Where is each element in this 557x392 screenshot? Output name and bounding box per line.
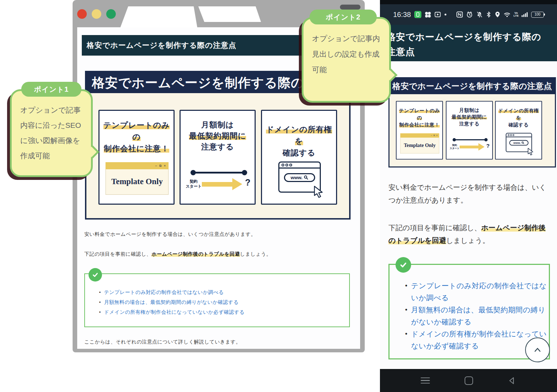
app-badge-icon [414, 11, 421, 18]
search-icon [304, 175, 308, 180]
timeline-illustration [454, 139, 486, 140]
bullet-icon: • [405, 280, 408, 304]
browser-window-illustration: www. [278, 161, 321, 193]
window-titlebar: – ⧉ × [106, 162, 169, 169]
mobile-hero-card-template: テンプレートのみの 制作会社に注意！ – ⧉ × Template Only [396, 101, 443, 160]
back-icon[interactable] [508, 376, 516, 385]
paragraph-outro: ここからは、それぞれの注意点について詳しく解説していきます。 [84, 339, 241, 345]
window-body: Template Only [106, 169, 169, 195]
browser-tab-active[interactable] [120, 6, 197, 27]
volte-icon: Vo LTE [513, 12, 519, 17]
url-search-pill: www. [284, 173, 315, 182]
checklist: •テンプレートのみ対応の制作会社ではないか調べる •月額無料の場合は、最低契約期… [99, 288, 245, 317]
highlighted-text: ホームページ制作後のトラブルを回避 [152, 251, 240, 257]
paragraph-advice: 下記の項目を事前に確認し、ホームページ制作後のトラブルを回避しましょう。 [84, 251, 271, 257]
scroll-to-top-button[interactable] [525, 337, 550, 362]
bullet-icon: • [405, 328, 408, 352]
mute-icon [476, 11, 483, 18]
callout-label: ポイント1 [21, 82, 81, 97]
menu-icon[interactable] [421, 377, 430, 384]
hero-card-contract: 月額制は 最低契約期間に 注意する 契約 スタート ? [180, 110, 256, 205]
home-icon[interactable] [465, 376, 473, 385]
wifi-icon [504, 11, 511, 18]
bullet-icon: • [405, 304, 408, 328]
callout-body: オプションで記事内見出しの設定も作成可能 [302, 17, 391, 103]
mobile-checklist: •テンプレートのみ対応の制作会社ではないか調べる •月額無料の場合は、最低契約期… [405, 280, 547, 352]
browser-window-illustration: www. [506, 133, 532, 152]
window-controls: – ⧉ × [155, 164, 166, 167]
checklist-item[interactable]: •テンプレートのみ対応の制作会社ではないか調べる [99, 288, 245, 297]
checklist-item[interactable]: •月額無料の場合は、最低契約期間の縛りがないか確認する [99, 297, 245, 307]
bullet-icon: • [99, 290, 101, 295]
callout-point1: オプションで記事内容に沿ったSEOに強い図解画像を作成可能 ポイント1 [10, 82, 109, 181]
notification-dot-icon [444, 13, 447, 16]
callout-label: ポイント2 [309, 10, 377, 24]
paragraph-intro: 安い料金でホームページを制作する場合は、いくつか注意点があります。 [84, 231, 256, 238]
bullet-icon: • [99, 300, 101, 305]
callout-body: オプションで記事内容に沿ったSEOに強い図解画像を作成可能 [10, 89, 93, 177]
site-title: 格安でホームページを制作する際の注意点 [87, 41, 236, 49]
minimize-window-button[interactable] [92, 9, 101, 19]
zoom-window-button[interactable] [106, 9, 116, 19]
callout-point2: オプションで記事内見出しの設定も作成可能 ポイント2 [302, 10, 408, 109]
checklist-item[interactable]: •テンプレートのみ対応の制作会社ではないか調べる [405, 280, 547, 304]
battery-icon: 100 [531, 12, 544, 18]
mobile-paragraph-intro: 安い料金でホームページを制作する場合は、いくつか注意点があります。 [388, 181, 552, 206]
question-mark: ? [245, 177, 250, 188]
check-icon [91, 271, 99, 279]
window-dots [279, 163, 320, 169]
screenshot-canvas: 格安でホームページを制作する際の注意点 格安でホームページを制作する際の注意点 … [0, 0, 557, 392]
android-nav-bar [380, 369, 557, 392]
timeline-label: 契約 スタート [185, 179, 203, 189]
mobile-hero-image: 格安でホームページを制作する際の注意点 テンプレートのみの 制作会社に注意！ –… [388, 77, 556, 167]
browser-tab-inactive[interactable] [198, 6, 261, 22]
cursor-icon [527, 148, 535, 156]
battery-percent: 100 [534, 12, 540, 16]
card-title: 月額制は 最低契約期間に 注意する [181, 119, 255, 152]
card-title: ドメインの所有権を 確認する [262, 124, 336, 159]
arrow-icon [202, 182, 233, 187]
hero-card-template: テンプレートのみの 制作会社に注意！ – ⧉ × Template Only [98, 110, 175, 205]
template-window-illustration: – ⧉ × Template Only [400, 133, 439, 153]
card-title: テンプレートのみの 制作会社に注意！ [100, 119, 174, 154]
arrow-head-icon [478, 143, 484, 150]
cursor-icon [312, 185, 325, 199]
window-control-pill [340, 5, 360, 10]
screen-cast-icon [434, 11, 441, 18]
mobile-hero-card-domain: ドメインの所有権を 確認する www. [495, 101, 542, 160]
mobile-paragraph-advice: 下記の項目を事前に確認し、ホームページ制作後のトラブルを回避しましょう。 [388, 221, 552, 247]
bullet-icon: • [99, 310, 101, 315]
checklist-item[interactable]: •月額無料の場合は、最低契約期間の縛りがないか確認する [405, 304, 547, 328]
close-window-button[interactable] [77, 9, 87, 19]
arrow-head-icon [232, 178, 242, 190]
checklist-item[interactable]: •ドメインの所有権が制作会社になっていないか必ず確認する [99, 307, 245, 317]
search-icon [522, 141, 524, 144]
bluetooth-icon [486, 11, 491, 18]
signal-icon [522, 12, 528, 17]
location-icon [494, 11, 501, 18]
mobile-hero-title: 格安でホームページを制作する際の注意点 [390, 78, 555, 94]
check-icon [399, 260, 408, 269]
nfc-icon [456, 11, 463, 18]
chevron-up-icon [533, 346, 542, 354]
check-badge [89, 268, 102, 282]
mobile-site-title: 格安でホームページを制作する際の注意点 [386, 32, 541, 57]
template-window-illustration: – ⧉ × Template Only [106, 162, 169, 195]
check-badge [396, 257, 411, 273]
mobile-hero-card-contract: 月額制は 最低契約期間に 注意する 契約 スタート ? [446, 101, 493, 160]
clover-icon [424, 11, 431, 18]
timeline-illustration [193, 172, 245, 174]
hero-card-domain: ドメインの所有権を 確認する www. [261, 110, 337, 205]
checklist-box: •テンプレートのみ対応の制作会社ではないか調べる •月額無料の場合は、最低契約期… [84, 273, 350, 327]
alarm-icon [466, 11, 473, 18]
arrow-icon [460, 146, 479, 148]
